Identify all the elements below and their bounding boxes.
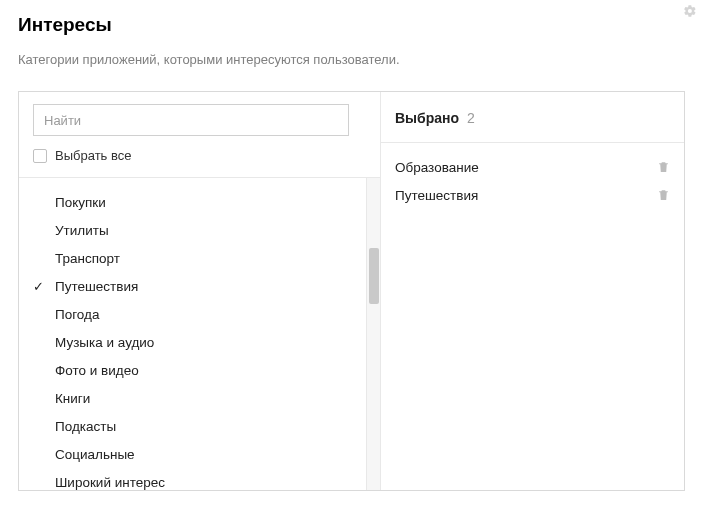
category-item[interactable]: Книги (19, 384, 380, 412)
category-item[interactable]: Подкасты (19, 412, 380, 440)
category-item[interactable]: Утилиты (19, 216, 380, 244)
selected-item-label: Путешествия (395, 188, 657, 203)
page-subtitle: Категории приложений, которыми интересую… (18, 52, 685, 67)
selected-item: Путешествия (381, 181, 684, 209)
interests-panel: Выбрать все ПокупкиУтилитыТранспорт✓Путе… (18, 91, 685, 491)
category-label: Книги (55, 391, 90, 406)
category-label: Социальные (55, 447, 135, 462)
selected-item-label: Образование (395, 160, 657, 175)
category-list: ПокупкиУтилитыТранспорт✓ПутешествияПогод… (19, 178, 380, 490)
category-item[interactable]: Покупки (19, 188, 380, 216)
page-title: Интересы (18, 14, 685, 36)
selected-label: Выбрано (395, 110, 459, 126)
category-item[interactable]: ✓Путешествия (19, 272, 380, 300)
search-input[interactable] (33, 104, 349, 136)
category-label: Транспорт (55, 251, 120, 266)
scrollbar-track[interactable] (366, 178, 380, 490)
selected-list: ОбразованиеПутешествия (381, 143, 684, 219)
category-item[interactable]: Социальные (19, 440, 380, 468)
select-all-checkbox[interactable] (33, 149, 47, 163)
category-item[interactable]: Транспорт (19, 244, 380, 272)
scrollbar-thumb[interactable] (369, 248, 379, 304)
category-item[interactable]: Фото и видео (19, 356, 380, 384)
gear-icon[interactable] (683, 4, 697, 18)
select-all-label: Выбрать все (55, 148, 131, 163)
category-label: Покупки (55, 195, 106, 210)
category-label: Погода (55, 307, 99, 322)
category-label: Подкасты (55, 419, 116, 434)
category-label: Утилиты (55, 223, 109, 238)
category-label: Широкий интерес (55, 475, 165, 490)
selected-column: Выбрано 2 ОбразованиеПутешествия (381, 92, 684, 490)
selected-item: Образование (381, 153, 684, 181)
category-item[interactable]: Погода (19, 300, 380, 328)
trash-icon[interactable] (657, 160, 670, 174)
checkmark-icon: ✓ (33, 279, 55, 294)
category-label: Путешествия (55, 279, 138, 294)
trash-icon[interactable] (657, 188, 670, 202)
category-item[interactable]: Широкий интерес (19, 468, 380, 490)
category-label: Музыка и аудио (55, 335, 154, 350)
selected-count: 2 (467, 110, 475, 126)
selected-header: Выбрано 2 (381, 92, 684, 143)
select-all-row[interactable]: Выбрать все (19, 148, 380, 178)
category-item[interactable]: Музыка и аудио (19, 328, 380, 356)
available-column: Выбрать все ПокупкиУтилитыТранспорт✓Путе… (19, 92, 381, 490)
category-label: Фото и видео (55, 363, 139, 378)
